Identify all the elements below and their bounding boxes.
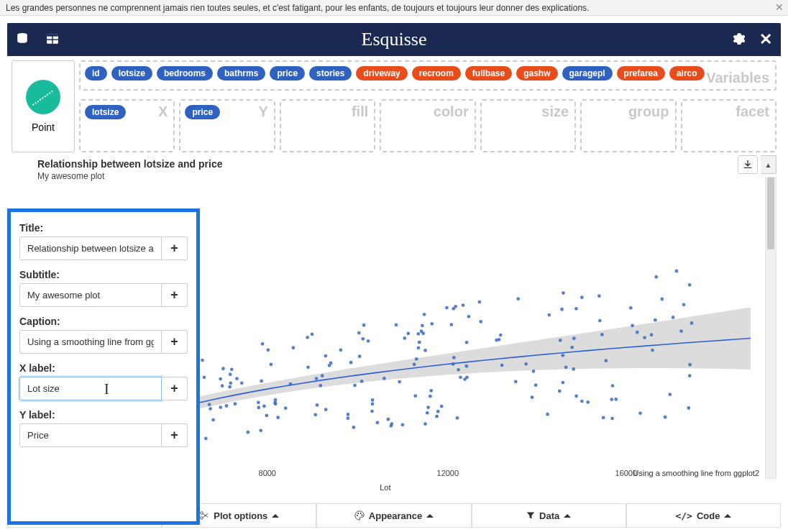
svg-point-271	[274, 398, 278, 402]
svg-point-180	[440, 405, 444, 408]
gear-icon[interactable]	[732, 32, 745, 47]
var-pill[interactable]: driveway	[356, 66, 407, 81]
var-pill[interactable]: bedrooms	[157, 66, 213, 81]
field-label-caption: Caption:	[19, 316, 188, 327]
svg-point-151	[315, 377, 319, 380]
caption-plus-button[interactable]: +	[162, 330, 188, 354]
caption-input[interactable]	[19, 330, 162, 354]
tab-label: Plot options	[214, 510, 267, 521]
aes-facet-dropzone[interactable]: facet	[681, 99, 776, 152]
svg-point-302	[324, 354, 327, 358]
svg-point-28	[600, 333, 604, 336]
svg-point-238	[221, 384, 224, 387]
aes-color-dropzone[interactable]: color	[380, 99, 475, 152]
var-pill[interactable]: prefarea	[617, 66, 665, 81]
ylabel-plus-button[interactable]: +	[162, 423, 188, 447]
svg-point-31	[423, 349, 427, 352]
chevron-up-icon	[564, 514, 571, 518]
plot-title: Relationship between lotsize and price	[37, 158, 772, 170]
svg-point-267	[524, 362, 528, 366]
geom-name: Point	[32, 121, 55, 133]
aes-size-dropzone[interactable]: size	[480, 99, 576, 152]
var-pill[interactable]: lotsize	[111, 66, 152, 81]
svg-point-10	[467, 315, 471, 318]
svg-point-309	[360, 513, 362, 514]
svg-point-105	[235, 377, 239, 380]
svg-point-275	[429, 389, 433, 393]
svg-point-260	[228, 385, 232, 389]
title-input[interactable]	[19, 237, 162, 260]
var-pill[interactable]: stories	[309, 66, 352, 81]
var-pill[interactable]: price	[270, 66, 305, 81]
var-pill[interactable]: garagepl	[562, 66, 613, 81]
aes-y-dropzone[interactable]: price Y	[179, 99, 275, 152]
svg-point-237	[654, 275, 658, 279]
subtitle-input[interactable]	[19, 283, 162, 307]
database-icon[interactable]	[16, 32, 29, 47]
var-pill[interactable]: bathrms	[217, 66, 265, 81]
aes-x-dropzone[interactable]: lotsize X	[79, 99, 175, 152]
geom-card[interactable]: Point	[12, 60, 75, 152]
svg-point-196	[638, 411, 642, 415]
aes-size-label: size	[541, 104, 569, 120]
svg-point-247	[339, 348, 343, 352]
aes-group-label: group	[628, 104, 669, 120]
scrollbar-thumb[interactable]	[767, 178, 774, 249]
svg-point-200	[500, 364, 504, 367]
aes-group-dropzone[interactable]: group	[580, 99, 676, 152]
svg-point-298	[559, 339, 562, 342]
svg-point-283	[208, 403, 211, 406]
tab-data[interactable]: Data	[472, 503, 626, 528]
subtitle-plus-button[interactable]: +	[162, 283, 188, 307]
close-icon[interactable]: ✕	[775, 1, 784, 13]
xlabel-input[interactable]	[19, 377, 162, 400]
labels-panel: Title: + Subtitle: + Caption: + X label:…	[7, 208, 200, 525]
text-cursor-icon: I	[104, 381, 109, 398]
svg-point-135	[580, 295, 584, 299]
svg-point-264	[580, 400, 584, 403]
var-pill[interactable]: recroom	[412, 66, 461, 81]
tab-label: Appearance	[369, 510, 422, 521]
svg-point-98	[672, 316, 675, 319]
svg-point-120	[611, 384, 615, 387]
svg-point-257	[429, 395, 432, 398]
field-label-title: Title:	[19, 222, 188, 234]
collapse-toggle[interactable]: ▲	[761, 155, 776, 174]
palette-icon	[354, 510, 365, 520]
var-pill[interactable]: id	[85, 66, 107, 81]
title-plus-button[interactable]: +	[162, 237, 188, 260]
var-pill[interactable]: gashw	[516, 66, 557, 81]
variables-dropzone[interactable]: id lotsize bedrooms bathrms price storie…	[79, 60, 776, 91]
svg-point-55	[679, 329, 683, 333]
svg-point-75	[324, 408, 328, 411]
svg-point-240	[688, 363, 692, 367]
svg-point-236	[306, 365, 310, 369]
svg-point-222	[371, 403, 375, 406]
svg-point-276	[328, 364, 331, 367]
svg-point-290	[452, 307, 455, 311]
aes-x-chip[interactable]: lotsize	[85, 105, 126, 119]
download-button[interactable]	[738, 155, 758, 174]
svg-point-58	[413, 362, 416, 366]
svg-point-29	[352, 426, 355, 429]
aes-fill-dropzone[interactable]: fill	[280, 99, 375, 152]
tab-code[interactable]: </> Code	[626, 503, 781, 528]
svg-point-101	[269, 362, 272, 366]
ylabel-input[interactable]	[19, 423, 162, 447]
svg-point-203	[426, 411, 429, 415]
var-pill[interactable]: airco	[669, 66, 705, 81]
var-pill[interactable]: fullbase	[465, 66, 512, 81]
xlabel-plus-button[interactable]: +	[162, 377, 188, 400]
svg-point-57	[602, 416, 605, 420]
svg-point-263	[276, 416, 280, 419]
svg-point-189	[370, 410, 374, 413]
svg-point-86	[313, 413, 317, 417]
svg-point-212	[465, 341, 469, 344]
aes-y-chip[interactable]: price	[185, 105, 220, 119]
svg-point-84	[531, 395, 534, 399]
svg-point-230	[321, 374, 324, 377]
scrollbar[interactable]	[765, 177, 776, 479]
close-app-icon[interactable]: ✕	[759, 30, 772, 49]
table-icon[interactable]	[46, 32, 59, 47]
tab-appearance[interactable]: Appearance	[316, 503, 471, 528]
